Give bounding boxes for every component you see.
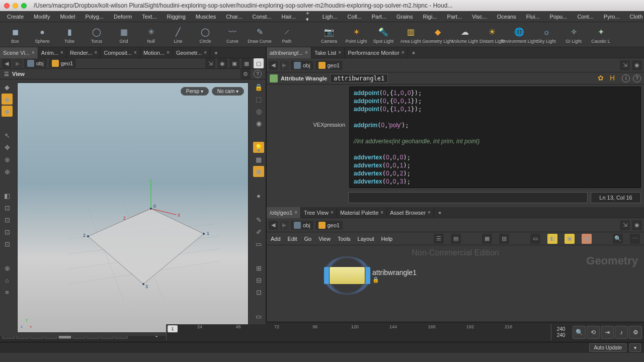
- auto-update-button[interactable]: Auto Update: [589, 343, 626, 352]
- menu-model[interactable]: Model: [55, 12, 80, 21]
- rtool-1[interactable]: ⬚: [253, 94, 264, 105]
- shelf-sky-light[interactable]: ☼Sky Light: [534, 26, 558, 44]
- shelf-camera[interactable]: 📷Camera: [317, 26, 341, 44]
- menu-flui...[interactable]: Flui...: [521, 12, 545, 21]
- vex-status-input[interactable]: [348, 192, 588, 203]
- camera-chip[interactable]: No cam ▾: [212, 87, 244, 96]
- tab-add-button[interactable]: +: [434, 210, 445, 216]
- tab-close-icon[interactable]: ×: [204, 50, 207, 55]
- rtool-5[interactable]: 💡: [253, 142, 264, 153]
- ltool-4[interactable]: ↖: [2, 130, 13, 141]
- shelf-point-light[interactable]: ✶Point Light: [344, 26, 368, 44]
- view-help-button[interactable]: ?: [254, 70, 262, 78]
- template-button[interactable]: ▦: [242, 58, 252, 68]
- ltool-13[interactable]: ⊡: [2, 238, 13, 249]
- shelf-null[interactable]: ✳Null: [139, 26, 163, 44]
- shelf-area-light[interactable]: ▥Area Light: [398, 26, 423, 44]
- window-maximize-button[interactable]: [21, 3, 27, 9]
- pin-view-button[interactable]: ⇲: [205, 58, 215, 68]
- ltool-0[interactable]: ◆: [2, 81, 13, 93]
- net-box-icon[interactable]: ▣: [565, 234, 575, 244]
- range-button[interactable]: ⇥: [601, 326, 614, 339]
- shelf-curve[interactable]: 〰Curve: [220, 26, 245, 44]
- view-menu-icon[interactable]: ☰: [4, 71, 9, 77]
- net-pin-button[interactable]: ⇲: [620, 220, 630, 230]
- ltool-9[interactable]: ◧: [2, 190, 13, 201]
- net-menu-add[interactable]: Add: [271, 236, 281, 242]
- path-root[interactable]: obj: [24, 59, 47, 68]
- shelf-torus[interactable]: ◯Torus: [85, 26, 109, 44]
- window-minimize-button[interactable]: [13, 3, 18, 9]
- rtool-17[interactable]: ⊡: [253, 287, 264, 298]
- ltool-7[interactable]: ⊕: [2, 166, 13, 177]
- rtool-10[interactable]: [253, 202, 264, 213]
- tab-close-icon[interactable]: ×: [95, 50, 98, 55]
- menu-visc...[interactable]: Visc...: [467, 12, 492, 21]
- tab-add-button[interactable]: +: [210, 50, 221, 56]
- nav-fwd-button[interactable]: ▶: [13, 59, 22, 68]
- menu-create[interactable]: Create: [2, 12, 29, 21]
- view-opts-button[interactable]: ⚙: [240, 69, 251, 79]
- net-menu-view[interactable]: View: [318, 236, 331, 242]
- ltool-1[interactable]: ◆: [2, 94, 13, 105]
- ltool-12[interactable]: ⊡: [2, 226, 13, 237]
- parm-path-root[interactable]: obj: [291, 61, 313, 70]
- window-close-button[interactable]: [4, 3, 10, 9]
- menu-rigi...[interactable]: Rigi...: [418, 12, 442, 21]
- menu-text...[interactable]: Text...: [137, 12, 162, 21]
- ltool-15[interactable]: ⊕: [2, 262, 13, 274]
- tab--obj-geo1[interactable]: /obj/geo1×: [267, 207, 301, 218]
- ltool-16[interactable]: ⌂: [2, 275, 13, 286]
- network-view[interactable]: Non-Commercial Edition Geometry 〰 attrib…: [267, 245, 644, 322]
- tab-geometr-[interactable]: Geometr...×: [173, 47, 210, 58]
- tab-close-icon[interactable]: ×: [380, 210, 383, 215]
- parm-name-field[interactable]: attribwrangle1: [330, 74, 388, 83]
- menu-oceans[interactable]: Oceans: [492, 12, 521, 21]
- net-tree-icon[interactable]: ▤: [451, 234, 461, 244]
- tab-render-[interactable]: Render...×: [67, 47, 101, 58]
- ltool-3[interactable]: [2, 118, 13, 129]
- tab-take-list[interactable]: Take List×: [311, 47, 345, 58]
- shelf-draw-curve[interactable]: ✎Draw Curve: [248, 26, 272, 44]
- menu-part...[interactable]: Part...: [367, 12, 391, 21]
- tab-close-icon[interactable]: ×: [60, 50, 63, 55]
- shelf-gi-light[interactable]: ✧GI Light: [561, 26, 586, 44]
- ltool-8[interactable]: [2, 178, 13, 189]
- audio-button[interactable]: ♪: [615, 326, 628, 339]
- loop-button[interactable]: ⟲: [587, 326, 600, 339]
- display-button[interactable]: ▢: [254, 58, 264, 68]
- tab-scene-vi-[interactable]: Scene Vi...×: [0, 47, 38, 58]
- menu-ligh...[interactable]: Ligh...: [317, 12, 343, 21]
- menu-muscles[interactable]: Muscles: [191, 12, 221, 21]
- tab-motion-[interactable]: Motion...×: [140, 47, 173, 58]
- tab-close-icon[interactable]: ×: [401, 50, 405, 55]
- menu-popu...[interactable]: Popu...: [545, 12, 573, 21]
- menu-part...[interactable]: Part...: [442, 12, 467, 21]
- tab-add-button[interactable]: +: [408, 50, 419, 56]
- timeline-cursor[interactable]: 1: [168, 325, 178, 332]
- ltool-14[interactable]: [2, 250, 13, 261]
- net-menu-edit[interactable]: Edit: [288, 236, 297, 242]
- menu-modify[interactable]: Modify: [29, 12, 55, 21]
- net-image-icon[interactable]: ▩: [582, 234, 592, 244]
- tab-tree-view[interactable]: Tree View×: [301, 207, 337, 218]
- shelf-caustic-l[interactable]: ✦Caustic L: [589, 26, 613, 44]
- shelf-path[interactable]: ⟋Path: [275, 26, 299, 44]
- rtool-12[interactable]: ✐: [253, 226, 264, 237]
- parm-help-button[interactable]: ?: [633, 74, 641, 82]
- display-flag[interactable]: [324, 267, 329, 284]
- net-path-node[interactable]: geo1: [315, 221, 343, 230]
- menu-coll...[interactable]: Coll...: [343, 12, 367, 21]
- rtool-15[interactable]: ⊞: [253, 262, 264, 274]
- tab-close-icon[interactable]: ×: [32, 50, 35, 55]
- shelf-circle[interactable]: ◯Circle: [193, 26, 217, 44]
- tab-composit-[interactable]: Composit...×: [101, 47, 140, 58]
- tab-close-icon[interactable]: ×: [428, 210, 431, 215]
- shelf-grid[interactable]: ▦Grid: [112, 26, 136, 44]
- shelf-volume-light[interactable]: ☁Volume Light: [453, 26, 477, 44]
- parm-houdini-icon[interactable]: H: [610, 74, 619, 83]
- range-end[interactable]: 240240: [551, 326, 571, 338]
- vex-editor[interactable]: addpoint(0,{1,0,0}); addpoint(0,{0,0,1})…: [349, 86, 641, 188]
- ltool-5[interactable]: ✥: [2, 142, 13, 153]
- tab-material-palette[interactable]: Material Palette×: [337, 207, 387, 218]
